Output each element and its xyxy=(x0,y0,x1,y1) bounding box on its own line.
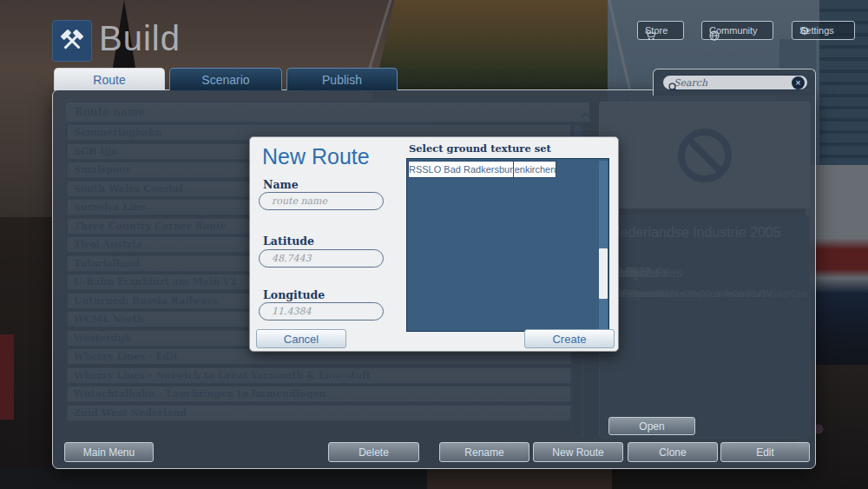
texture-list-scroll-thumb[interactable] xyxy=(599,248,608,299)
create-button[interactable]: Create xyxy=(524,329,615,348)
latitude-input[interactable] xyxy=(259,249,384,268)
build-logo xyxy=(52,20,92,62)
settings-button-label: Settings xyxy=(799,25,834,36)
main-menu-button[interactable]: Main Menu xyxy=(64,442,154,462)
search-input[interactable] xyxy=(672,76,792,89)
tab-publish[interactable]: Publish xyxy=(286,68,398,90)
crossed-hammers-icon xyxy=(58,27,86,55)
longitude-label: Longitude xyxy=(263,288,325,301)
cancel-button[interactable]: Cancel xyxy=(256,329,346,348)
delete-button[interactable]: Delete xyxy=(328,442,419,462)
route-name-input[interactable] xyxy=(259,192,384,210)
settings-button[interactable]: ⚙ Settings xyxy=(792,21,855,40)
store-button-label: Store xyxy=(645,25,667,36)
store-button[interactable]: Store xyxy=(637,21,684,40)
tab-scenario[interactable]: Scenario xyxy=(169,68,282,90)
edit-button[interactable]: Edit xyxy=(720,442,810,462)
open-button[interactable]: Open xyxy=(608,417,695,435)
close-icon[interactable]: × xyxy=(792,76,805,89)
dialog-title: New Route xyxy=(262,144,370,169)
page-title: Build xyxy=(99,19,181,58)
clone-button[interactable]: Clone xyxy=(628,442,718,462)
rename-button[interactable]: Rename xyxy=(439,442,529,462)
search-box[interactable]: × xyxy=(662,75,808,90)
longitude-input[interactable] xyxy=(259,302,384,320)
texture-set-header: Select ground texture set xyxy=(409,142,551,155)
community-button-label: Community xyxy=(709,25,758,36)
tab-route[interactable]: Route xyxy=(54,68,165,90)
search-panel: × xyxy=(653,69,816,96)
app-root: Build Store Community ⚙ Settings Route S… xyxy=(0,0,868,489)
new-route-dialog: New Route Name Latitude Longitude Cancel… xyxy=(249,136,619,352)
latitude-label: Latitude xyxy=(263,235,314,248)
texture-list-scrollbar[interactable] xyxy=(599,161,608,329)
name-label: Name xyxy=(263,178,299,191)
community-button[interactable]: Community xyxy=(701,21,773,40)
new-route-button[interactable]: New Route xyxy=(533,442,623,462)
texture-option[interactable]: RSSLO Bad Radkersbur xyxy=(408,161,514,178)
texture-set-list: Return To Mardy Freiburg-Basel Surselva … xyxy=(406,158,609,332)
